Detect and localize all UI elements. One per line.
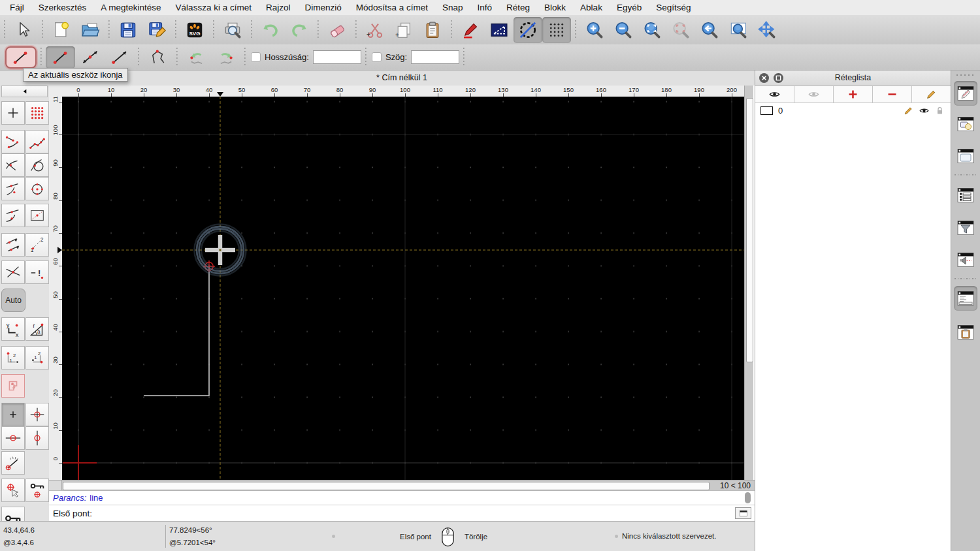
menu-item[interactable]: Blokk	[537, 0, 573, 15]
dock-filter-button[interactable]	[954, 215, 977, 240]
menu-item[interactable]: Szerkesztés	[31, 0, 94, 15]
snap-point-on-circle-button[interactable]	[25, 153, 49, 177]
restrict-horizontal-button[interactable]	[1, 426, 25, 450]
length-input[interactable]	[313, 50, 361, 64]
menu-item[interactable]: Infó	[470, 0, 500, 15]
dock-layer-list-button[interactable]	[954, 81, 977, 106]
paste-button[interactable]	[418, 17, 447, 43]
dock-command-line-button[interactable]	[954, 286, 977, 311]
layer-visible-icon[interactable]	[919, 105, 930, 116]
snap-on-entity-button[interactable]	[25, 130, 49, 153]
menu-item[interactable]: A megtekintése	[93, 0, 168, 15]
redo-button[interactable]	[285, 17, 314, 43]
snap-endpoints-button[interactable]	[1, 130, 25, 153]
point-grid-button[interactable]	[25, 101, 49, 125]
layer-row[interactable]: 0	[755, 103, 951, 118]
cut-button[interactable]: +	[361, 17, 389, 43]
dock-library-button[interactable]	[954, 144, 977, 168]
menu-item[interactable]: Ablak	[573, 0, 610, 15]
horizontal-scrollbar-thumb[interactable]	[63, 482, 710, 490]
menu-item[interactable]: Válassza ki a címet	[169, 0, 259, 15]
segment-redo-button[interactable]	[211, 46, 240, 69]
close-panel-button[interactable]	[759, 73, 769, 83]
zoom-in-button[interactable]	[580, 17, 609, 43]
grid-toggle-button[interactable]	[542, 17, 571, 43]
length-checkbox[interactable]	[251, 52, 261, 62]
snap-angle-button[interactable]	[1, 451, 25, 475]
hide-all-layers-button[interactable]	[794, 86, 834, 102]
snap-ordinal-button[interactable]: 12	[25, 233, 49, 257]
snap-endpoint-manual-button[interactable]: !	[25, 260, 49, 284]
draft-mode-button[interactable]	[514, 17, 542, 43]
menu-item[interactable]: Snap	[435, 0, 470, 15]
eraser-button[interactable]	[323, 17, 351, 43]
zoom-selection-button[interactable]	[666, 17, 695, 43]
snap-free-button[interactable]	[1, 403, 25, 426]
layer-color-swatch[interactable]	[760, 106, 773, 115]
float-panel-button[interactable]	[774, 73, 783, 83]
command-input[interactable]: Első pont:	[49, 505, 755, 521]
snap-grid-button[interactable]	[25, 403, 49, 426]
undo-button[interactable]	[256, 17, 285, 43]
menu-item[interactable]: Réteg	[499, 0, 537, 15]
pen-button[interactable]	[456, 17, 485, 43]
cursor-arrow-button[interactable]	[9, 17, 38, 43]
show-all-layers-button[interactable]	[755, 86, 794, 102]
menu-item[interactable]: Dimenzió	[297, 0, 348, 15]
print-preview-button[interactable]	[218, 17, 247, 43]
set-relative-zero-button[interactable]	[1, 479, 25, 502]
add-layer-button[interactable]	[834, 86, 873, 102]
restrict-vertical-button[interactable]	[25, 426, 49, 450]
open-folder-button[interactable]	[76, 17, 105, 43]
command-scrollbar-thumb[interactable]	[745, 492, 751, 503]
zoom-auto-button[interactable]	[638, 17, 666, 43]
zoom-window-button[interactable]	[724, 17, 753, 43]
attributes-button[interactable]	[485, 17, 514, 43]
zoom-out-button[interactable]	[609, 17, 638, 43]
menu-item[interactable]: Egyéb	[610, 0, 649, 15]
command-window-button[interactable]	[735, 507, 751, 519]
menu-item[interactable]: Módosítsa a címet	[349, 0, 435, 15]
lock-relative-zero-button[interactable]	[25, 479, 49, 502]
line-tool-button[interactable]	[46, 46, 75, 69]
snap-auto-button[interactable]: Auto	[1, 289, 25, 312]
svg-export-button[interactable]: SVG	[180, 17, 209, 43]
horizontal-scrollbar[interactable]: 10 < 100	[49, 480, 755, 490]
corner-trim-1-button[interactable]: 12	[1, 346, 25, 370]
edit-layer-button[interactable]	[912, 86, 951, 102]
segment-undo-button[interactable]	[182, 46, 211, 69]
new-document-button[interactable]	[47, 17, 76, 43]
dock-block-list-button[interactable]	[954, 112, 977, 136]
save-as-button[interactable]	[142, 17, 171, 43]
polyline-button[interactable]	[143, 46, 172, 69]
line-double-arrow-button[interactable]	[75, 46, 105, 69]
drawing-canvas[interactable]	[62, 97, 744, 480]
dock-notification-button[interactable]	[954, 247, 977, 272]
menu-item[interactable]: Fájl	[3, 0, 31, 15]
remove-layer-button[interactable]	[873, 86, 912, 102]
snap-center-button[interactable]	[25, 177, 49, 200]
corner-trim-2-button[interactable]: 12	[25, 346, 49, 370]
dock-entity-list-button[interactable]	[954, 183, 977, 208]
zoom-previous-button[interactable]	[695, 17, 724, 43]
save-button[interactable]	[114, 17, 142, 43]
snap-nearest-button[interactable]	[1, 177, 25, 200]
zoom-pan-button[interactable]	[753, 17, 781, 43]
snap-intersection-button[interactable]	[1, 260, 25, 284]
coordinate-cartesian-button[interactable]: yx	[1, 317, 25, 341]
angle-checkbox[interactable]	[372, 52, 382, 62]
snap-distance-button[interactable]	[25, 204, 49, 227]
menu-item[interactable]: Segítség	[649, 0, 698, 15]
snap-parallel-button[interactable]	[1, 233, 25, 257]
menu-item[interactable]: Rajzol	[259, 0, 298, 15]
layer-lock-icon[interactable]	[934, 105, 945, 116]
dock-clipboard-button[interactable]	[954, 320, 977, 345]
snap-tangent-button[interactable]	[1, 153, 25, 177]
snap-middle-button[interactable]	[1, 204, 25, 227]
vertical-scrollbar[interactable]	[744, 86, 753, 480]
edit-layer-icon[interactable]	[903, 105, 914, 116]
draw-point-button[interactable]	[1, 101, 25, 125]
copy-button[interactable]: +	[389, 17, 418, 43]
collapse-sidebar-button[interactable]	[1, 86, 48, 97]
restrict-nothing-button[interactable]	[1, 374, 25, 398]
